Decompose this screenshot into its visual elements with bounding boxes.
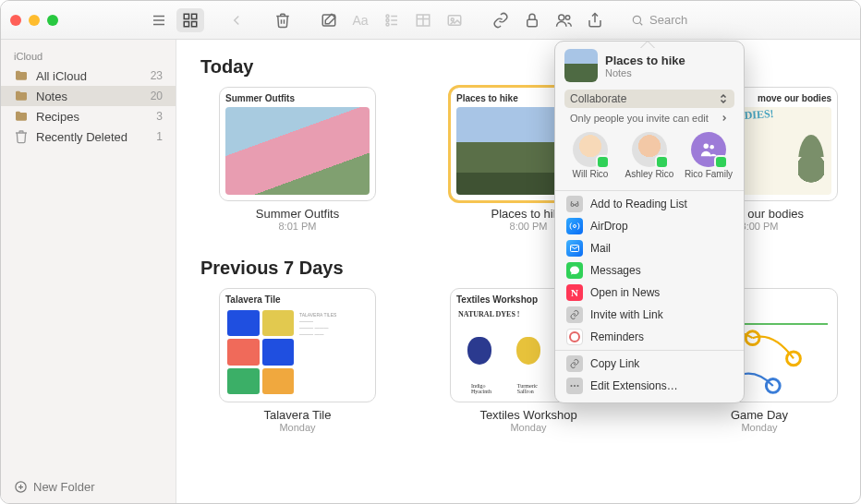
share-action-airdrop[interactable]: AirDrop	[555, 215, 744, 237]
note-card[interactable]: Talavera Tile TALAVERA TILES—————— —————…	[200, 288, 394, 433]
svg-point-39	[571, 385, 573, 387]
avatar	[632, 132, 667, 167]
new-note-button[interactable]	[315, 8, 343, 32]
list-view-button[interactable]	[145, 8, 173, 32]
svg-point-34	[709, 145, 714, 150]
svg-point-18	[451, 18, 454, 20]
gallery-view-button[interactable]	[176, 8, 204, 32]
svg-point-36	[576, 204, 578, 207]
sidebar-item-all-icloud[interactable]: All iCloud 23	[1, 66, 176, 86]
link-button[interactable]	[487, 8, 515, 32]
svg-rect-19	[528, 19, 538, 27]
chevron-up-down-icon	[718, 93, 729, 104]
checklist-button[interactable]	[378, 8, 406, 32]
svg-point-37	[574, 225, 576, 228]
share-action-mail[interactable]: Mail	[555, 237, 744, 259]
svg-point-23	[633, 16, 640, 23]
toolbar: Aa Search	[1, 1, 860, 40]
sidebar-item-count: 23	[151, 69, 163, 82]
reminders-icon	[566, 329, 583, 345]
svg-point-21	[565, 15, 570, 19]
share-permission-row[interactable]: Only people you invite can edit	[564, 110, 734, 126]
avatar	[573, 132, 608, 167]
person-name: Rico Family	[685, 169, 733, 179]
plus-circle-icon	[14, 480, 28, 494]
lock-button[interactable]	[518, 8, 546, 32]
folder-icon	[14, 68, 29, 83]
sidebar-item-count: 20	[151, 90, 163, 102]
share-popover: Places to hike Notes Collaborate Only pe…	[554, 41, 745, 403]
thumb-title: Talavera Tile	[225, 294, 370, 305]
svg-point-33	[704, 144, 709, 150]
svg-rect-5	[184, 21, 188, 26]
share-action-messages[interactable]: Messages	[555, 259, 744, 282]
svg-point-8	[386, 15, 389, 18]
sidebar-item-label: Recipes	[36, 110, 149, 124]
messages-badge-icon	[655, 155, 669, 169]
share-person[interactable]: Ashley Rico	[624, 132, 675, 179]
popover-title: Places to hike	[605, 54, 685, 67]
thumb-image: TALAVERA TILES—————— —————— ——	[225, 308, 370, 396]
sidebar-item-label: Recently Deleted	[36, 130, 149, 144]
svg-rect-6	[192, 21, 197, 26]
format-button[interactable]: Aa	[346, 8, 374, 32]
share-mode-select[interactable]: Collaborate	[564, 90, 734, 108]
minimize-button[interactable]	[29, 15, 40, 26]
close-button[interactable]	[10, 15, 21, 26]
share-edit-extensions[interactable]: Edit Extensions…	[555, 375, 744, 397]
media-button[interactable]	[441, 8, 468, 32]
folder-icon	[14, 109, 29, 124]
share-button[interactable]	[581, 8, 609, 32]
share-action-reading-list[interactable]: Add to Reading List	[555, 193, 744, 215]
messages-badge-icon	[596, 155, 610, 169]
share-mode-label: Collaborate	[570, 92, 626, 105]
popover-subtitle: Notes	[605, 67, 685, 78]
search-field[interactable]: Search	[624, 9, 799, 31]
sidebar-item-notes[interactable]: Notes 20	[1, 86, 176, 106]
note-card[interactable]: Summer Outfits Summer Outfits8:01 PM	[200, 87, 394, 232]
sidebar-item-count: 3	[156, 110, 163, 123]
zoom-button[interactable]	[47, 15, 58, 26]
note-time: 8:01 PM	[256, 221, 339, 232]
search-placeholder: Search	[649, 13, 687, 27]
svg-point-12	[386, 23, 389, 26]
note-time: Monday	[731, 422, 788, 433]
share-permission-label: Only people you invite can edit	[570, 113, 709, 124]
sidebar-item-recently-deleted[interactable]: Recently Deleted 1	[1, 126, 176, 147]
table-button[interactable]	[409, 8, 437, 32]
svg-rect-4	[192, 14, 197, 18]
thumb-title: Summer Outfits	[225, 93, 370, 103]
share-action-reminders[interactable]: Reminders	[555, 326, 744, 348]
sidebar: iCloud All iCloud 23 Notes 20 Recipes 3 …	[1, 40, 176, 503]
svg-point-10	[386, 18, 389, 21]
note-time: Monday	[479, 422, 576, 433]
delete-button[interactable]	[269, 8, 297, 32]
new-folder-button[interactable]: New Folder	[1, 473, 176, 503]
back-button[interactable]	[223, 8, 250, 32]
share-person[interactable]: Rico Family	[683, 132, 734, 179]
avatar	[691, 132, 726, 167]
svg-point-35	[571, 204, 574, 207]
share-copy-link[interactable]: Copy Link	[555, 353, 744, 375]
popover-thumb	[564, 49, 598, 82]
svg-point-41	[577, 385, 579, 387]
share-people: Will Rico Ashley Rico Rico Family	[555, 126, 744, 188]
share-action-news[interactable]: NOpen in News	[555, 282, 744, 304]
glasses-icon	[566, 196, 583, 212]
collaborate-button[interactable]	[550, 8, 577, 32]
share-person[interactable]: Will Rico	[564, 132, 616, 179]
svg-line-24	[640, 22, 643, 25]
mail-icon	[566, 240, 583, 257]
note-title: Textiles Workshop	[479, 408, 576, 422]
folder-icon	[14, 89, 29, 103]
share-action-invite-link[interactable]: Invite with Link	[555, 304, 744, 326]
sidebar-section-header: iCloud	[1, 47, 176, 66]
new-folder-label: New Folder	[33, 480, 94, 494]
svg-point-40	[574, 385, 576, 387]
note-time: Monday	[264, 422, 332, 433]
sidebar-item-recipes[interactable]: Recipes 3	[1, 106, 176, 126]
note-title: Game Day	[731, 408, 788, 422]
messages-icon	[566, 262, 583, 279]
search-icon	[631, 14, 644, 27]
svg-rect-3	[184, 14, 188, 18]
